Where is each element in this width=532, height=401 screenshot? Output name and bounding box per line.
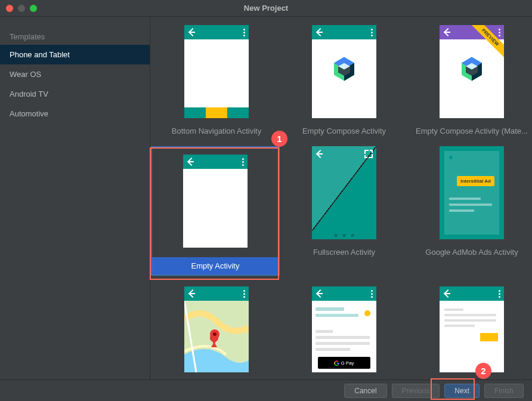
templates-sidebar: Templates Phone and Tablet Wear OS Andro… (0, 17, 150, 380)
selected-template-card: Empty Activity (151, 146, 280, 276)
next-button[interactable]: Next (444, 384, 480, 398)
star-badge-icon (364, 310, 370, 316)
back-arrow-icon (443, 289, 451, 298)
fullscreen-icon (364, 150, 373, 158)
more-icon (242, 158, 244, 166)
titlebar: New Project (0, 0, 532, 17)
cancel-button[interactable]: Cancel (344, 384, 386, 398)
preview-badge (468, 25, 504, 61)
back-arrow-icon (316, 28, 324, 36)
template-thumbnail (184, 286, 249, 372)
template-empty-compose[interactable]: Empty Compose Activity (282, 25, 407, 135)
template-label: Fullscreen Activity (284, 248, 404, 257)
back-arrow-icon (188, 289, 196, 298)
back-arrow-icon (316, 289, 324, 298)
window-title: New Project (244, 4, 288, 13)
template-maps[interactable] (154, 286, 279, 372)
annotation-marker-1: 1 (271, 131, 287, 147)
more-icon (243, 29, 245, 36)
template-google-pay[interactable]: G Pay (282, 286, 407, 372)
template-empty-compose-material[interactable]: Empty Compose Activity (Mate... (409, 25, 532, 135)
template-thumbnail: Interstitial Ad (440, 146, 504, 239)
finish-button: Finish (484, 384, 524, 398)
window-controls (6, 5, 37, 12)
close-window-button[interactable] (6, 5, 13, 12)
back-arrow-icon (188, 28, 196, 36)
action-chip-icon (480, 333, 498, 341)
template-thumbnail (440, 286, 504, 372)
previous-button: Previous (392, 384, 440, 398)
template-thumbnail (183, 155, 248, 248)
template-thumbnail (184, 25, 249, 118)
sidebar-item-wear-os[interactable]: Wear OS (0, 64, 150, 84)
template-label: Empty Activity (152, 257, 279, 274)
annotation-marker-2: 2 (475, 363, 491, 379)
compose-logo-icon (332, 56, 356, 85)
more-icon (499, 290, 500, 298)
interstitial-ad-chip: Interstitial Ad (457, 176, 494, 186)
sidebar-item-automotive[interactable]: Automotive (0, 104, 150, 124)
map-pin-icon (210, 329, 219, 345)
template-thumbnail (312, 146, 376, 239)
sidebar-item-android-tv[interactable]: Android TV (0, 84, 150, 104)
dialog-footer: Cancel Previous Next Finish (0, 380, 532, 401)
back-arrow-icon (316, 150, 324, 158)
back-arrow-icon (187, 158, 195, 166)
template-basic-views[interactable] (409, 286, 532, 372)
google-pay-button: G Pay (318, 357, 370, 369)
more-icon (243, 290, 245, 298)
template-bottom-navigation[interactable]: Bottom Navigation Activity (154, 25, 279, 135)
template-thumbnail (440, 25, 504, 118)
template-fullscreen[interactable]: Fullscreen Activity (282, 146, 407, 276)
template-thumbnail: G Pay (312, 286, 376, 372)
template-label: Google AdMob Ads Activity (412, 248, 531, 257)
template-admob[interactable]: Interstitial Ad Google AdMob Ads Activit… (409, 146, 532, 276)
templates-panel: Bottom Navigation Activity Empty Compose… (150, 17, 532, 380)
template-label: Empty Compose Activity (284, 127, 404, 135)
minimize-window-button[interactable] (18, 5, 25, 12)
template-empty-activity[interactable]: Empty Activity (154, 146, 279, 276)
more-icon (371, 29, 373, 36)
template-label: Empty Compose Activity (Mate... (412, 127, 531, 135)
sidebar-item-phone-tablet[interactable]: Phone and Tablet (0, 45, 150, 64)
back-arrow-icon (443, 28, 451, 36)
more-icon (371, 290, 373, 298)
zoom-window-button[interactable] (30, 5, 37, 12)
svg-point-2 (213, 332, 216, 336)
template-thumbnail (312, 25, 376, 118)
template-label: Bottom Navigation Activity (157, 127, 276, 135)
sidebar-heading: Templates (0, 29, 150, 45)
